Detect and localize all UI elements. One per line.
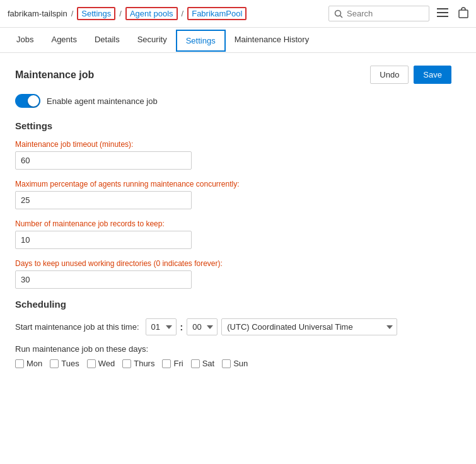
timezone-select[interactable]: (UTC) Coordinated Universal Time (UTC-05… bbox=[221, 318, 397, 335]
field-timeout-label: Maintenance job timeout (minutes): bbox=[15, 140, 451, 149]
day-checkbox-sun[interactable] bbox=[222, 359, 231, 368]
undo-button[interactable]: Undo bbox=[370, 66, 409, 84]
start-time-label: Start maintenance job at this time: bbox=[15, 322, 139, 332]
breadcrumb-sep-3: / bbox=[182, 9, 184, 18]
time-row: Start maintenance job at this time: 01 0… bbox=[15, 318, 451, 335]
maintenance-job-header: Maintenance job Undo Save bbox=[15, 66, 451, 84]
search-input[interactable] bbox=[347, 9, 416, 18]
day-item-tues: Tues bbox=[50, 359, 79, 368]
minute-select[interactable]: 00 15 30 45 bbox=[187, 318, 218, 335]
tab-security[interactable]: Security bbox=[129, 30, 176, 50]
list-icon[interactable] bbox=[437, 8, 448, 19]
field-days-label: Days to keep unused working directories … bbox=[15, 259, 451, 268]
secondary-nav: Jobs Agents Details Security Settings Ma… bbox=[0, 28, 476, 53]
enable-toggle[interactable] bbox=[15, 94, 40, 108]
svg-point-0 bbox=[335, 10, 341, 16]
toggle-row: Enable agent maintenance job bbox=[15, 94, 451, 108]
days-row: Mon Tues Wed Thurs Fri Sat bbox=[15, 359, 451, 368]
scheduling-section: Scheduling Start maintenance job at this… bbox=[15, 299, 451, 368]
day-checkbox-wed[interactable] bbox=[87, 359, 96, 368]
day-item-thurs: Thurs bbox=[122, 359, 154, 368]
breadcrumb-fabrikam-pool[interactable]: FabrikamPool bbox=[187, 7, 247, 20]
svg-rect-4 bbox=[437, 16, 448, 17]
day-label-fri: Fri bbox=[173, 359, 183, 368]
toggle-knob bbox=[28, 95, 39, 107]
breadcrumb-sep-1: / bbox=[71, 9, 74, 18]
search-icon bbox=[334, 9, 343, 18]
bag-icon[interactable] bbox=[458, 7, 468, 20]
tab-maintenance-history[interactable]: Maintenance History bbox=[226, 30, 318, 50]
org-name[interactable]: fabrikam-tailspin bbox=[8, 9, 67, 18]
settings-subtitle: Settings bbox=[15, 120, 451, 131]
tab-settings[interactable]: Settings bbox=[176, 30, 226, 52]
breadcrumb-agent-pools[interactable]: Agent pools bbox=[125, 7, 178, 20]
field-max-percentage: Maximum percentage of agents running mai… bbox=[15, 180, 451, 209]
day-item-sat: Sat bbox=[191, 359, 215, 368]
svg-rect-5 bbox=[459, 10, 468, 18]
day-label-mon: Mon bbox=[26, 359, 42, 368]
day-item-fri: Fri bbox=[162, 359, 183, 368]
tab-agents[interactable]: Agents bbox=[42, 30, 85, 50]
save-button[interactable]: Save bbox=[414, 66, 451, 84]
maintenance-job-title: Maintenance job bbox=[15, 69, 94, 81]
hour-select[interactable]: 01 02 03 04 05 06 07 08 09 10 11 12 bbox=[146, 318, 177, 335]
breadcrumb: fabrikam-tailspin / Settings / Agent poo… bbox=[8, 7, 328, 20]
field-timeout-input[interactable] bbox=[15, 151, 192, 170]
field-max-percentage-label: Maximum percentage of agents running mai… bbox=[15, 180, 451, 188]
day-item-mon: Mon bbox=[15, 359, 42, 368]
action-buttons: Undo Save bbox=[370, 66, 451, 84]
main-content: Maintenance job Undo Save Enable agent m… bbox=[0, 53, 467, 381]
day-label-thurs: Thurs bbox=[134, 359, 154, 368]
topbar: fabrikam-tailspin / Settings / Agent poo… bbox=[0, 0, 476, 28]
svg-rect-2 bbox=[437, 8, 448, 9]
toggle-label: Enable agent maintenance job bbox=[47, 96, 158, 106]
field-records-label: Number of maintenance job records to kee… bbox=[15, 219, 451, 228]
search-box[interactable] bbox=[328, 6, 429, 21]
day-checkbox-mon[interactable] bbox=[15, 359, 24, 368]
time-colon: : bbox=[180, 322, 183, 332]
day-item-sun: Sun bbox=[222, 359, 248, 368]
topbar-icons bbox=[437, 7, 468, 20]
field-records-input[interactable] bbox=[15, 231, 192, 249]
day-checkbox-tues[interactable] bbox=[50, 359, 59, 368]
day-label-sun: Sun bbox=[233, 359, 248, 368]
svg-rect-3 bbox=[437, 12, 448, 13]
field-days-input[interactable] bbox=[15, 270, 192, 289]
day-label-sat: Sat bbox=[202, 359, 215, 368]
breadcrumb-settings[interactable]: Settings bbox=[77, 7, 115, 20]
settings-subsection: Settings Maintenance job timeout (minute… bbox=[15, 120, 451, 289]
day-checkbox-thurs[interactable] bbox=[122, 359, 131, 368]
day-item-wed: Wed bbox=[87, 359, 115, 368]
day-checkbox-fri[interactable] bbox=[162, 359, 171, 368]
svg-line-1 bbox=[340, 15, 343, 18]
day-checkbox-sat[interactable] bbox=[191, 359, 200, 368]
scheduling-title: Scheduling bbox=[15, 299, 451, 310]
day-label-wed: Wed bbox=[98, 359, 115, 368]
field-records-to-keep: Number of maintenance job records to kee… bbox=[15, 219, 451, 249]
field-timeout: Maintenance job timeout (minutes): bbox=[15, 140, 451, 170]
day-label-tues: Tues bbox=[61, 359, 79, 368]
tab-jobs[interactable]: Jobs bbox=[8, 30, 42, 50]
breadcrumb-sep-2: / bbox=[119, 9, 122, 18]
tab-details[interactable]: Details bbox=[86, 30, 129, 50]
days-label: Run maintenance job on these days: bbox=[15, 344, 451, 354]
field-days-to-keep: Days to keep unused working directories … bbox=[15, 259, 451, 289]
field-max-percentage-input[interactable] bbox=[15, 191, 192, 209]
